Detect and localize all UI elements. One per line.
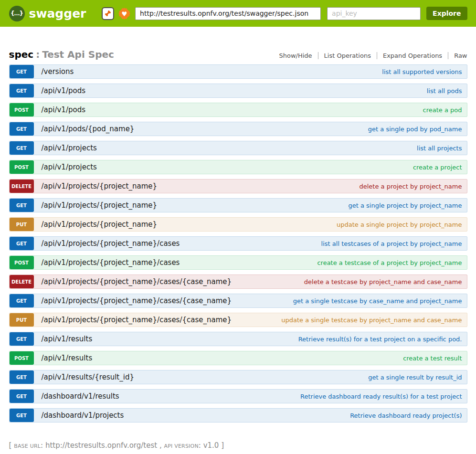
- main-content: spec:Test Api Spec Show/Hide List Operat…: [9, 49, 467, 422]
- endpoint-row-get-/dashboard/v1/results: GET /dashboard/v1/results Retrieve dashb…: [9, 389, 467, 403]
- endpoint-path[interactable]: /api/v1/projects: [42, 144, 97, 152]
- method-badge[interactable]: GET: [10, 332, 34, 346]
- endpoint-row-get-/dashboard/v1/projects: GET /dashboard/v1/projects Retrieve dash…: [9, 408, 467, 422]
- footer-colon: :: [199, 441, 201, 450]
- method-badge[interactable]: GET: [10, 294, 34, 307]
- endpoint-path[interactable]: /api/v1/projects/{project_name}: [42, 182, 158, 190]
- endpoint-row-get-/api/v1/projects/{project_name}: GET /api/v1/projects/{project_name} get …: [9, 198, 467, 212]
- endpoint-summary[interactable]: Retrieve result(s) for a test project on…: [298, 336, 462, 343]
- endpoint-summary[interactable]: get a single testcase by case_name and p…: [293, 297, 462, 305]
- method-badge[interactable]: GET: [10, 65, 34, 78]
- api-key-input[interactable]: [327, 7, 421, 20]
- endpoint-summary[interactable]: get a single result by result_id: [368, 374, 462, 381]
- endpoint-row-get-/api/v1/projects/{project_name}/cases: GET /api/v1/projects/{project_name}/case…: [9, 236, 467, 251]
- method-badge[interactable]: PUT: [10, 218, 34, 231]
- bone-icon: [104, 9, 112, 18]
- endpoint-summary[interactable]: list all pods: [427, 87, 462, 95]
- endpoint-summary[interactable]: Retrieve dashboard ready project(s): [350, 412, 462, 419]
- explore-button[interactable]: Explore: [426, 7, 467, 20]
- svg-text:♥: ♥: [122, 10, 127, 17]
- resource-name-link[interactable]: spec: [9, 49, 34, 60]
- endpoint-row-put-/api/v1/projects/{project_name}/cases/{case_name}: PUT /api/v1/projects/{project_name}/case…: [9, 313, 467, 327]
- method-badge[interactable]: GET: [10, 141, 34, 155]
- method-badge[interactable]: POST: [10, 256, 34, 269]
- endpoint-row-get-/api/v1/results: GET /api/v1/results Retrieve result(s) f…: [9, 332, 467, 346]
- footer-bracket-open: [: [9, 441, 12, 450]
- endpoint-summary[interactable]: create a pod: [423, 106, 462, 114]
- endpoint-path[interactable]: /api/v1/projects: [42, 163, 97, 171]
- endpoint-path[interactable]: /api/v1/projects/{project_name}/cases/{c…: [42, 316, 232, 324]
- endpoint-path[interactable]: /api/v1/pods/{pod_name}: [42, 125, 135, 133]
- endpoint-path[interactable]: /api/v1/results/{result_id}: [42, 373, 134, 381]
- endpoint-summary[interactable]: create a testcase of a project by projec…: [317, 259, 462, 266]
- method-badge[interactable]: GET: [10, 390, 34, 403]
- endpoint-row-get-/versions: GET /versions list all supported version…: [9, 64, 467, 79]
- method-badge[interactable]: DELETE: [10, 179, 34, 193]
- endpoint-path[interactable]: /api/v1/projects/{project_name}/cases/{c…: [42, 277, 232, 286]
- toolbar-link-expand-operations[interactable]: Expand Operations: [377, 52, 448, 59]
- method-badge[interactable]: GET: [10, 370, 34, 384]
- page-title: spec:Test Api Spec: [9, 49, 114, 60]
- endpoint-path[interactable]: /dashboard/v1/results: [42, 392, 119, 401]
- header-wrap: {…} swagger: [9, 0, 467, 27]
- endpoint-row-get-/api/v1/results/{result_id}: GET /api/v1/results/{result_id} get a si…: [9, 370, 467, 384]
- base-url-footer: [ base url: http://testresults.opnfv.org…: [9, 441, 467, 454]
- footer-bracket-close: ]: [221, 441, 224, 450]
- endpoint-path[interactable]: /api/v1/results: [42, 354, 93, 362]
- method-badge[interactable]: GET: [10, 237, 34, 250]
- endpoint-summary[interactable]: create a project: [413, 164, 462, 171]
- endpoint-summary[interactable]: delete a project by project_name: [359, 183, 462, 190]
- endpoint-path[interactable]: /versions: [42, 67, 74, 76]
- endpoint-row-post-/api/v1/projects/{project_name}/cases: POST /api/v1/projects/{project_name}/cas…: [9, 255, 467, 270]
- endpoint-summary[interactable]: Retrieve dashboard ready result(s) for a…: [300, 393, 462, 400]
- gear-heart-favicon: ♥: [117, 7, 131, 21]
- endpoint-summary[interactable]: create a test result: [403, 355, 462, 362]
- endpoint-summary[interactable]: get a single project by project_name: [348, 202, 462, 209]
- endpoint-path[interactable]: /dashboard/v1/projects: [42, 411, 124, 420]
- endpoint-summary[interactable]: update a single project by project_name: [337, 221, 462, 228]
- method-badge[interactable]: GET: [10, 409, 34, 422]
- endpoint-row-get-/api/v1/projects: GET /api/v1/projects list all projects: [9, 141, 467, 155]
- method-badge[interactable]: PUT: [10, 313, 34, 327]
- method-badge[interactable]: POST: [10, 103, 34, 116]
- resource-toolbar: Show/Hide List Operations Expand Operati…: [273, 52, 467, 59]
- gear-heart-icon: ♥: [117, 7, 131, 21]
- endpoint-summary[interactable]: delete a testcase by project_name and ca…: [304, 278, 462, 285]
- resource-title-row: spec:Test Api Spec Show/Hide List Operat…: [9, 49, 467, 60]
- footer-comma: ,: [159, 441, 162, 450]
- toolbar-link-list-operations[interactable]: List Operations: [318, 52, 377, 59]
- method-badge[interactable]: GET: [10, 122, 34, 136]
- endpoint-list: GET /versions list all supported version…: [9, 64, 467, 422]
- endpoint-summary[interactable]: list all projects: [417, 145, 462, 152]
- endpoint-path[interactable]: /api/v1/pods: [42, 106, 86, 114]
- endpoint-row-post-/api/v1/projects: POST /api/v1/projects create a project: [9, 160, 467, 174]
- footer-api-version-label: api version: [164, 443, 198, 449]
- endpoint-path[interactable]: /api/v1/projects/{project_name}: [42, 220, 158, 229]
- endpoint-row-get-/api/v1/pods: GET /api/v1/pods list all pods: [9, 84, 467, 98]
- method-badge[interactable]: GET: [10, 199, 34, 212]
- endpoint-path[interactable]: /api/v1/pods: [42, 86, 86, 95]
- endpoint-path[interactable]: /api/v1/projects/{project_name}/cases/{c…: [42, 296, 232, 305]
- footer-base-url-value: http://testresults.opnfv.org/test: [45, 441, 157, 450]
- method-badge[interactable]: POST: [10, 351, 34, 365]
- app-header: {…} swagger: [0, 0, 476, 27]
- swagger-logo-link[interactable]: {…} swagger: [9, 6, 86, 21]
- endpoint-summary[interactable]: get a single pod by pod_name: [368, 126, 462, 133]
- spec-url-input[interactable]: [135, 7, 321, 20]
- method-badge[interactable]: POST: [10, 160, 34, 174]
- endpoint-path[interactable]: /api/v1/results: [42, 335, 93, 343]
- endpoint-row-post-/api/v1/results: POST /api/v1/results create a test resul…: [9, 351, 467, 365]
- toolbar-link-raw[interactable]: Raw: [448, 52, 467, 59]
- endpoint-summary[interactable]: list all supported versions: [382, 68, 462, 75]
- endpoint-summary[interactable]: list all testcases of a project by proje…: [321, 240, 462, 247]
- resource-description: Test Api Spec: [42, 49, 114, 60]
- endpoint-path[interactable]: /api/v1/projects/{project_name}/cases: [42, 258, 180, 267]
- endpoint-row-put-/api/v1/projects/{project_name}: PUT /api/v1/projects/{project_name} upda…: [9, 217, 467, 232]
- endpoint-summary[interactable]: update a single testcase by project_name…: [281, 317, 462, 324]
- toolbar-link-show-hide[interactable]: Show/Hide: [273, 52, 317, 59]
- footer-api-version-value: v1.0: [203, 441, 219, 450]
- method-badge[interactable]: GET: [10, 84, 34, 97]
- endpoint-path[interactable]: /api/v1/projects/{project_name}/cases: [42, 239, 180, 248]
- endpoint-path[interactable]: /api/v1/projects/{project_name}: [42, 201, 158, 210]
- method-badge[interactable]: DELETE: [10, 275, 34, 288]
